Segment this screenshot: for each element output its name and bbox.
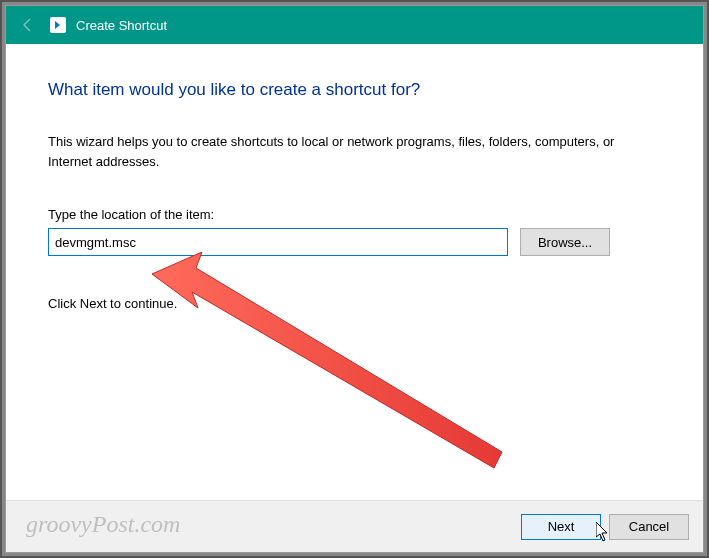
- wizard-description: This wizard helps you to create shortcut…: [48, 132, 661, 171]
- create-shortcut-window: Create Shortcut What item would you like…: [5, 5, 704, 553]
- watermark: groovyPost.com: [26, 511, 180, 538]
- back-icon: [16, 13, 40, 37]
- location-label: Type the location of the item:: [48, 207, 661, 222]
- titlebar: Create Shortcut: [6, 6, 703, 44]
- window-title: Create Shortcut: [76, 18, 167, 33]
- next-button[interactable]: Next: [521, 514, 601, 540]
- wizard-content: What item would you like to create a sho…: [6, 44, 703, 500]
- browse-button[interactable]: Browse...: [520, 228, 610, 256]
- location-input[interactable]: [48, 228, 508, 256]
- continue-text: Click Next to continue.: [48, 296, 661, 311]
- cancel-button[interactable]: Cancel: [609, 514, 689, 540]
- app-icon: [50, 17, 66, 33]
- page-heading: What item would you like to create a sho…: [48, 80, 661, 100]
- wizard-footer: groovyPost.com Next Cancel: [6, 500, 703, 552]
- location-row: Browse...: [48, 228, 661, 256]
